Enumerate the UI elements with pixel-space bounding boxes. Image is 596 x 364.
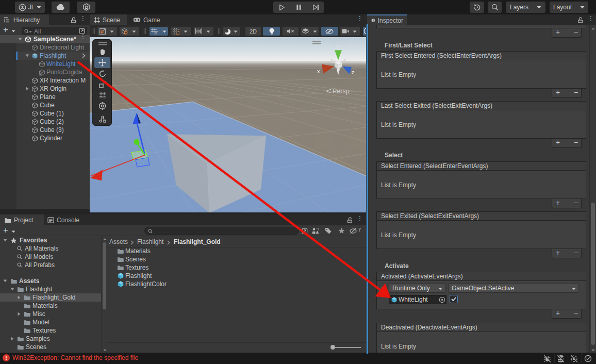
svg-text:y: y bbox=[336, 43, 339, 49]
svg-text:x: x bbox=[317, 68, 320, 74]
svg-text:Y: Y bbox=[155, 31, 158, 35]
svg-text:z: z bbox=[352, 69, 354, 75]
svg-text:Persp: Persp bbox=[333, 88, 350, 95]
